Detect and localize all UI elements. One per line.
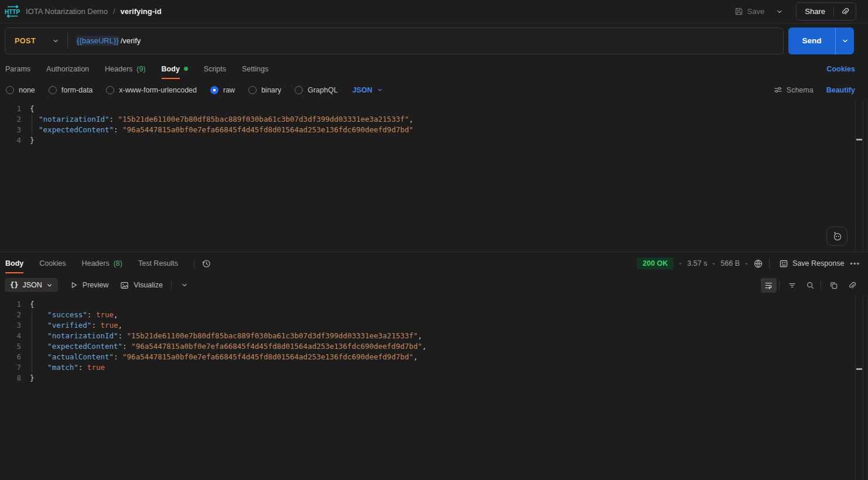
separator-dot	[746, 263, 747, 265]
body-type-radio-raw[interactable]: raw	[210, 86, 235, 94]
code-line: 4 "notarizationId": "15b21de61100e7b80df…	[0, 331, 868, 341]
tab-scripts[interactable]: Scripts	[204, 58, 226, 80]
code-text: "match": true	[21, 362, 105, 373]
method-selector[interactable]: POST	[5, 37, 59, 45]
divider	[171, 280, 172, 290]
link-icon[interactable]	[844, 278, 860, 293]
body-type-radio-none[interactable]: none	[6, 86, 35, 94]
code-line: 3 "expectedContent": "96a5447815a0bf0e7e…	[0, 125, 868, 135]
radio-label: form-data	[61, 86, 93, 94]
body-type-radio-form-data[interactable]: form-data	[49, 86, 93, 94]
send-button[interactable]: Send	[788, 28, 835, 54]
url-variable-token: {{baseURL}}	[76, 36, 119, 46]
line-number: 2	[0, 114, 21, 125]
tab-cookies[interactable]: Cookies	[39, 252, 66, 275]
sliders-icon	[774, 85, 782, 94]
url-input[interactable]: {{baseURL}} /verify	[76, 28, 783, 54]
get-link-icon[interactable]	[834, 3, 856, 20]
response-view-controls: {} JSON Preview Visualize	[5, 278, 188, 292]
response-format-selector[interactable]: {} JSON	[5, 278, 58, 292]
body-options-right: Schema Beautify	[774, 85, 855, 94]
share-button[interactable]: Share	[797, 3, 833, 20]
tab-label: Body	[162, 65, 180, 73]
chevron-down-icon	[52, 37, 59, 44]
save-button[interactable]: Save	[731, 5, 768, 18]
tab-body[interactable]: Body	[5, 252, 23, 275]
tab-authorization[interactable]: Authorization	[46, 58, 89, 80]
response-body-viewer[interactable]: 1{2 "success": true,3 "verified": true,4…	[0, 296, 868, 480]
network-info-icon[interactable]	[753, 259, 763, 269]
visualize-button[interactable]: Visualize	[120, 281, 163, 290]
line-number: 3	[0, 320, 21, 331]
preview-button[interactable]: Preview	[70, 281, 108, 289]
save-response-button[interactable]: Save Response	[779, 259, 844, 268]
raw-language-selector[interactable]: JSON	[353, 86, 383, 94]
divider	[769, 259, 770, 268]
tab-count: (9)	[136, 65, 145, 73]
tab-headers[interactable]: Headers(8)	[81, 252, 122, 275]
indent-guide	[32, 114, 32, 135]
code-text: "expectedContent": "96a5447815a0bf0e7efa…	[21, 125, 414, 135]
beautify-button[interactable]: Beautify	[826, 86, 855, 94]
code-text: "expectedContent": "96a5447815a0bf0e7efa…	[21, 341, 426, 352]
share-group: Share	[796, 2, 856, 20]
response-history-icon[interactable]	[197, 256, 216, 270]
postbot-button[interactable]	[826, 227, 848, 246]
save-options-chevron-icon[interactable]	[771, 5, 788, 19]
line-number: 3	[0, 125, 21, 135]
code-line: 2 "notarizationId": "15b21de61100e7b80df…	[0, 114, 868, 125]
tab-settings[interactable]: Settings	[242, 58, 268, 80]
search-icon[interactable]	[802, 278, 818, 293]
line-number: 6	[0, 352, 21, 362]
radio-circle-icon	[210, 86, 218, 94]
tab-headers[interactable]: Headers(9)	[105, 58, 146, 80]
language-label: JSON	[353, 86, 373, 94]
breadcrumb-request-name[interactable]: verifying-id	[121, 7, 162, 16]
code-line: 5 "expectedContent": "96a5447815a0bf0e7e…	[0, 341, 868, 352]
code-text: {	[21, 299, 35, 310]
radio-circle-icon	[6, 86, 14, 94]
body-type-radio-graphql[interactable]: GraphQL	[295, 86, 337, 94]
tab-test-results[interactable]: Test Results	[138, 252, 178, 275]
code-text: }	[21, 373, 35, 383]
line-number: 1	[0, 104, 21, 114]
wrap-text-icon[interactable]	[761, 278, 777, 293]
cookies-link[interactable]: Cookies	[826, 65, 855, 73]
breadcrumb-collection[interactable]: IOTA Notarization Demo	[26, 7, 108, 16]
tab-label: Scripts	[204, 65, 226, 73]
body-type-radio-binary[interactable]: binary	[248, 86, 281, 94]
code-line: 3 "verified": true,	[0, 320, 868, 331]
line-number: 2	[0, 310, 21, 320]
body-type-radio-x-www-form-urlencoded[interactable]: x-www-form-urlencoded	[106, 86, 197, 94]
image-icon	[120, 281, 129, 290]
radio-label: none	[19, 86, 35, 94]
send-options-chevron-icon[interactable]	[835, 28, 854, 54]
divider	[779, 280, 780, 290]
filter-icon[interactable]	[784, 278, 800, 293]
separator-dot	[679, 263, 681, 265]
response-meta: 200 OK 3.57 s 566 B Save Response	[637, 258, 860, 269]
schema-button[interactable]: Schema	[774, 85, 814, 94]
save-response-icon	[779, 259, 788, 268]
request-editor-scrollbar[interactable]	[855, 100, 863, 252]
radio-label: x-www-form-urlencoded	[119, 86, 197, 94]
code-line: 2 "success": true,	[0, 310, 868, 320]
request-body-editor[interactable]: 1{2 "notarizationId": "15b21de61100e7b80…	[0, 100, 868, 252]
response-editor-scrollbar[interactable]	[855, 296, 863, 480]
view-options-chevron-icon[interactable]	[181, 282, 188, 289]
send-split-button: Send	[788, 28, 854, 54]
header-actions: Save Share	[731, 2, 856, 20]
response-tabs-left: BodyCookiesHeaders(8)Test Results	[5, 252, 216, 275]
more-options-icon[interactable]: •••	[850, 259, 860, 268]
tab-params[interactable]: Params	[5, 58, 30, 80]
copy-icon[interactable]	[826, 278, 842, 293]
radio-circle-icon	[248, 86, 257, 94]
tab-body[interactable]: Body	[162, 58, 188, 80]
code-line: 7 "match": true	[0, 362, 868, 373]
tab-label: Settings	[242, 65, 268, 73]
code-text: "actualContent": "96a5447815a0bf0e7efa66…	[21, 352, 418, 362]
code-line: 6 "actualContent": "96a5447815a0bf0e7efa…	[0, 352, 868, 362]
response-tabs-row: BodyCookiesHeaders(8)Test Results 200 OK…	[0, 252, 868, 275]
separator-dot	[713, 263, 715, 265]
line-number: 7	[0, 362, 21, 373]
